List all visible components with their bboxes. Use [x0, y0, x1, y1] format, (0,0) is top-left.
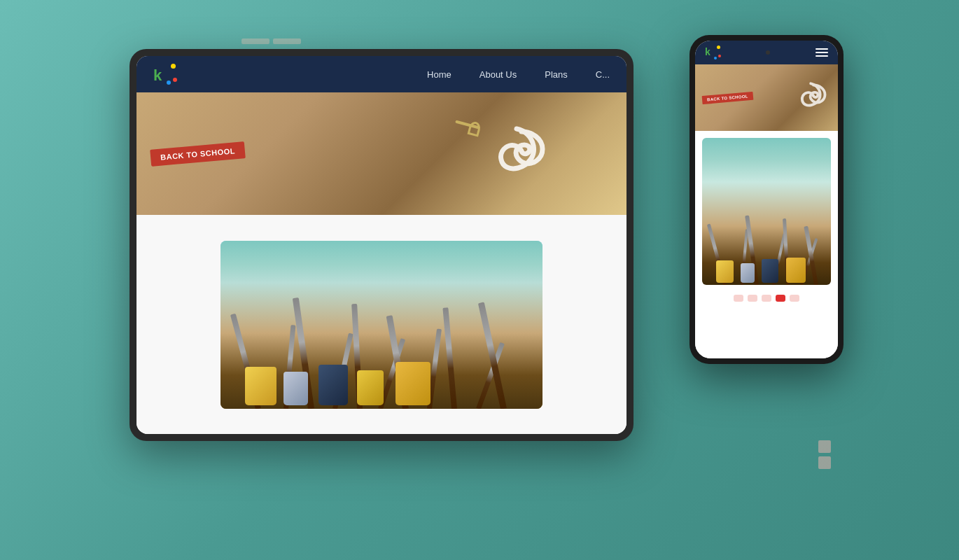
phone-hero-image: BACK TO SCHOOL: [695, 64, 838, 131]
paint-can-tin: [284, 372, 308, 405]
nav-link-home[interactable]: Home: [427, 69, 451, 80]
phone-can-cafe: [786, 258, 806, 283]
pagination-dots: [702, 292, 831, 304]
deco-square-1: [818, 440, 831, 453]
back-to-school-banner: BACK TO SCHOOL: [150, 141, 246, 167]
phone-back-to-school-banner: BACK TO SCHOOL: [702, 91, 754, 104]
phone-can-tin: [741, 263, 755, 283]
hamburger-line-2: [816, 52, 828, 53]
logo-dot-yellow: [171, 64, 176, 69]
deco-rect-2: [273, 38, 301, 44]
phone-content-area: [695, 131, 838, 358]
tablet-content-area: [136, 215, 626, 434]
tablet-screen: k Home About Us Plans C... BACK TO SCHOO…: [136, 56, 626, 434]
phone-paint-scene: [702, 138, 831, 285]
deco-top: [241, 38, 301, 44]
phone-screen: k BACK TO SCHOOL: [695, 41, 838, 358]
decorative-squares: [818, 440, 831, 469]
tablet-hero-overlay: BACK TO SCHOOL: [136, 92, 626, 215]
tablet-main-image: [220, 241, 542, 409]
nav-link-plans[interactable]: Plans: [545, 69, 568, 80]
hamburger-line-3: [816, 55, 828, 57]
logo-k-letter: k: [153, 68, 162, 83]
hamburger-line-1: [816, 48, 828, 50]
phone-navbar: k: [695, 41, 838, 64]
phone-can-yellow: [716, 260, 734, 283]
paint-brush-9: [442, 307, 457, 409]
paint-can-cafe: [396, 362, 430, 405]
swirl-decoration: [490, 125, 553, 183]
deco-rect-1: [241, 38, 270, 44]
dot-4-active[interactable]: [776, 295, 785, 302]
tablet-logo: k: [153, 64, 177, 85]
phone-hero-content: BACK TO SCHOOL: [695, 64, 838, 131]
hamburger-menu[interactable]: [816, 48, 828, 57]
dot-1[interactable]: [734, 295, 743, 302]
paint-can-yellow: [245, 367, 276, 405]
tablet-nav-links: Home About Us Plans C...: [427, 69, 610, 80]
phone-logo-dot-yellow: [717, 46, 720, 49]
tablet-paint-scene: [220, 241, 542, 409]
camera-dot: [766, 50, 770, 55]
phone-logo-k: k: [705, 46, 710, 57]
nav-link-about[interactable]: About Us: [479, 69, 517, 80]
tablet-hero-image: BACK TO SCHOOL: [136, 92, 626, 215]
deco-square-2: [818, 456, 831, 469]
phone-main-image: [702, 138, 831, 285]
tablet-navbar: k Home About Us Plans C...: [136, 56, 626, 92]
phone-logo-dot-blue: [714, 57, 717, 59]
tablet-device: k Home About Us Plans C... BACK TO SCHOO…: [130, 49, 634, 441]
logo-icon-wrapper: k: [153, 64, 177, 85]
logo-dot-red: [173, 78, 177, 82]
phone-can-dark: [762, 259, 778, 283]
phone-device: k BACK TO SCHOOL: [690, 35, 844, 364]
dot-5[interactable]: [790, 295, 799, 302]
dot-2[interactable]: [748, 295, 757, 302]
dot-3[interactable]: [762, 295, 771, 302]
paint-can-yellow-2: [357, 370, 384, 405]
phone-brush-7: [804, 226, 818, 285]
paint-can-dark: [318, 365, 348, 405]
phone-logo: k: [705, 46, 720, 59]
phone-swirl: [796, 81, 831, 115]
phone-logo-dot-red: [718, 55, 721, 57]
logo-dot-blue: [167, 80, 171, 85]
nav-link-more[interactable]: C...: [596, 69, 610, 80]
scene: k Home About Us Plans C... BACK TO SCHOO…: [94, 28, 864, 532]
